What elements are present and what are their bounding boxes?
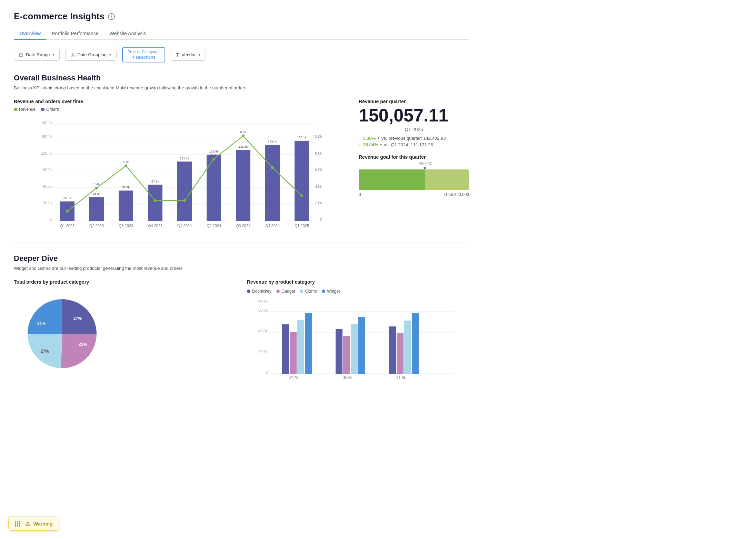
svg-text:2.1k: 2.1k bbox=[152, 195, 158, 199]
bar-rev-gadget-3 bbox=[397, 333, 404, 374]
svg-text:5.5k: 5.5k bbox=[269, 163, 276, 166]
svg-text:30.0k: 30.0k bbox=[43, 201, 52, 205]
bar-chart-svg: 0 30.0k 60.0k 90.0k 120.0k 150.0k 180.0k… bbox=[14, 117, 348, 228]
overall-health-subtitle: Business KPIs look strong based on the c… bbox=[14, 85, 469, 90]
pie-label-widget: 21% bbox=[37, 321, 46, 326]
bar-rev-doohickey-1 bbox=[282, 324, 289, 374]
arrow-up-1: ↑ bbox=[359, 136, 361, 141]
svg-text:51.6k: 51.6k bbox=[397, 375, 406, 380]
dot-gadget bbox=[276, 290, 280, 293]
rpq-dot-2: • bbox=[380, 142, 382, 147]
info-icon[interactable]: i bbox=[108, 13, 115, 20]
pie-label-gizmo: 27% bbox=[41, 349, 49, 354]
bar-rev-gizmo-3 bbox=[404, 321, 411, 374]
svg-text:44.3k: 44.3k bbox=[93, 192, 101, 196]
section-divider bbox=[14, 243, 469, 243]
svg-text:47.7k: 47.7k bbox=[289, 375, 298, 380]
legend-orders: Orders bbox=[41, 107, 59, 112]
bar-rev-widget-1 bbox=[305, 313, 312, 374]
svg-text:150.1k: 150.1k bbox=[297, 136, 307, 139]
legend-gadget: Gadget bbox=[276, 289, 295, 294]
dot-doohickey bbox=[247, 290, 250, 293]
svg-text:132.6k: 132.6k bbox=[238, 145, 248, 148]
product-category-label: Product Category * bbox=[128, 50, 160, 54]
overall-health-title: Overall Business Health bbox=[14, 74, 469, 82]
svg-text:40.8k: 40.8k bbox=[343, 375, 352, 380]
goal-section: Revenue goal for this quarter 150,057 ▼ … bbox=[359, 154, 469, 197]
pie-chart-title: Total orders by product category bbox=[14, 279, 236, 285]
vendor-label: Vendor bbox=[181, 52, 196, 57]
svg-text:5.7k: 5.7k bbox=[123, 160, 129, 164]
svg-text:67.9k: 67.9k bbox=[151, 180, 159, 183]
date-grouping-filter[interactable]: ◷ Date Grouping ▾ bbox=[65, 49, 117, 61]
svg-text:2.1k: 2.1k bbox=[181, 195, 188, 199]
rpq-dot-1: • bbox=[378, 136, 379, 141]
date-range-label: Date Range bbox=[26, 52, 50, 57]
vendor-filter[interactable]: T Vendor ▾ bbox=[171, 49, 206, 61]
revenue-category-chart: Revenue by product category Doohickey Ga… bbox=[247, 279, 469, 382]
svg-text:Q3 2023: Q3 2023 bbox=[119, 224, 133, 228]
goal-bar-container bbox=[359, 169, 469, 190]
legend-gizmo: Gizmo bbox=[300, 289, 317, 294]
calendar-icon: ⊟ bbox=[19, 52, 23, 58]
svg-text:3.4k: 3.4k bbox=[93, 183, 100, 186]
tab-overview[interactable]: Overview bbox=[14, 28, 46, 40]
bar-rev-gadget-2 bbox=[343, 336, 350, 374]
svg-text:Q3 2024: Q3 2024 bbox=[236, 224, 250, 228]
rpq-value: 150,057.11 bbox=[359, 106, 469, 125]
svg-text:60.0k: 60.0k bbox=[258, 300, 268, 304]
svg-text:60.0k: 60.0k bbox=[258, 308, 268, 312]
rpq-stats: ↑ 5.38% • vs. previous quarter: 142,402.… bbox=[359, 136, 469, 147]
svg-text:40.0k: 40.0k bbox=[258, 329, 268, 333]
chevron-down-icon: ▾ bbox=[52, 52, 54, 57]
goal-label-start: 0 bbox=[359, 192, 361, 197]
rpq-period: Q1 2025 bbox=[359, 127, 469, 132]
orders-dot bbox=[41, 108, 44, 111]
legend-orders-label: Orders bbox=[46, 107, 59, 112]
svg-text:Q1 2025: Q1 2025 bbox=[295, 224, 309, 228]
clock-icon: ◷ bbox=[70, 52, 74, 58]
pie-chart-panel: Total orders by product category 27% 25%… bbox=[14, 279, 236, 382]
tab-website[interactable]: Website Analysis bbox=[104, 28, 152, 40]
svg-text:56.7k: 56.7k bbox=[122, 186, 130, 189]
svg-text:123.9k: 123.9k bbox=[209, 150, 219, 153]
orders-dot-q1-2023 bbox=[66, 210, 69, 213]
orders-dot-q3-2024 bbox=[242, 135, 245, 137]
svg-text:Q2 2024: Q2 2024 bbox=[207, 224, 221, 228]
bar-q4-2023 bbox=[148, 185, 162, 221]
svg-text:142.4k: 142.4k bbox=[268, 140, 277, 143]
bar-rev-doohickey-2 bbox=[336, 329, 342, 374]
rpq-pct-2: 35.04% bbox=[363, 142, 378, 147]
svg-text:6.0k: 6.0k bbox=[315, 168, 322, 172]
filter-bar: ⊟ Date Range ▾ ◷ Date Grouping ▾ Product… bbox=[14, 47, 469, 62]
orders-dot-q3-2023 bbox=[125, 164, 127, 167]
rpq-desc-1: vs. previous quarter: 142,402.93 bbox=[381, 136, 446, 141]
revenue-orders-chart: Revenue and orders over time Revenue Ord… bbox=[14, 99, 348, 229]
svg-text:8.0k: 8.0k bbox=[315, 151, 322, 155]
revenue-category-title: Revenue by product category bbox=[247, 279, 469, 285]
bar-q4-2024 bbox=[265, 145, 280, 221]
goal-title: Revenue goal for this quarter bbox=[359, 154, 469, 160]
orders-dot-q2-2023 bbox=[95, 187, 98, 189]
revenue-per-quarter-panel: Revenue per quarter 150,057.11 Q1 2025 ↑… bbox=[359, 99, 469, 197]
vendor-icon: T bbox=[176, 52, 179, 58]
bar-rev-doohickey-3 bbox=[389, 326, 396, 374]
dot-gizmo bbox=[300, 290, 303, 293]
svg-text:0: 0 bbox=[50, 217, 52, 222]
chevron-down-icon-3: ▾ bbox=[199, 52, 201, 57]
bar-rev-gizmo-2 bbox=[351, 324, 358, 374]
svg-text:0: 0 bbox=[320, 217, 322, 222]
rpq-pct-1: 5.38% bbox=[363, 136, 376, 141]
deeper-dive-section: Deeper Dive Widget and Gizmo are our lea… bbox=[14, 254, 469, 382]
legend-revenue-label: Revenue bbox=[19, 107, 36, 112]
orders-dot-q2-2024 bbox=[212, 158, 215, 160]
svg-text:6.4k: 6.4k bbox=[211, 154, 217, 157]
pie-gadget bbox=[61, 334, 97, 368]
rpq-title: Revenue per quarter bbox=[359, 99, 469, 104]
orders-dot-q1-2024 bbox=[183, 199, 186, 202]
tab-portfolio[interactable]: Portfolio Performance bbox=[46, 28, 104, 40]
svg-text:90.0k: 90.0k bbox=[43, 168, 52, 172]
product-category-filter[interactable]: Product Category * 4 selections bbox=[122, 47, 165, 62]
date-range-filter[interactable]: ⊟ Date Range ▾ bbox=[14, 49, 60, 61]
svg-text:36.5k: 36.5k bbox=[63, 196, 71, 200]
